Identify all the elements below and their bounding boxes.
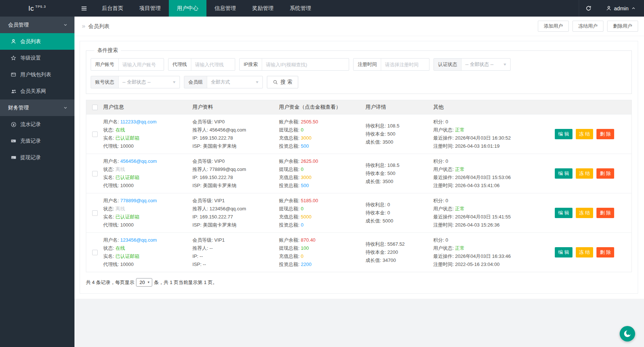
agent-line-value: 10000 — [120, 262, 133, 267]
delete-button[interactable]: 删 除 — [596, 129, 614, 139]
register-time-input[interactable] — [381, 59, 429, 70]
invest-total-link[interactable]: 2200 — [301, 262, 311, 267]
field-label: 注册时间 — [354, 59, 381, 70]
edit-button[interactable]: 编 辑 — [555, 247, 572, 257]
sidebar-item-recharge-records[interactable]: Pay 充值记录 — [0, 133, 74, 149]
nav-item-info[interactable]: 信息管理 — [206, 0, 244, 17]
field-label: 账号状态 — [91, 76, 119, 88]
search-button[interactable]: 搜 索 — [267, 76, 298, 88]
delete-user-button[interactable]: 删除用户 — [607, 21, 638, 32]
nav-item-projects[interactable]: 项目管理 — [131, 0, 169, 17]
delete-button[interactable]: 删 除 — [596, 208, 614, 218]
sidebar-item-transaction-records[interactable]: 流水记录 — [0, 116, 74, 133]
sidebar-group-member-mgmt[interactable]: 会员管理 — [0, 17, 74, 33]
page-size-select[interactable]: 20 ▼ — [136, 278, 152, 287]
realname-status: 已认证邮箱 — [115, 135, 139, 141]
sidebar-item-withdraw-records[interactable]: 提现记录 — [0, 149, 74, 166]
online-status: 离线 — [115, 206, 125, 211]
pending-interest-value: 108.5 — [387, 123, 400, 129]
pending-interest-value: 0 — [387, 202, 390, 207]
nav-item-rewards[interactable]: 奖励管理 — [244, 0, 282, 17]
app-logo[interactable]: lcTP5.3 — [0, 0, 74, 17]
balance-link[interactable]: 870.40 — [301, 237, 316, 243]
freeze-button[interactable]: 冻 结 — [576, 129, 593, 139]
delete-button[interactable]: 删 除 — [596, 168, 614, 179]
nav-item-home[interactable]: 后台首页 — [94, 0, 131, 17]
menu-toggle-icon[interactable] — [74, 0, 94, 17]
invest-total-link[interactable]: 0 — [301, 222, 303, 228]
field-label: 认证状态 — [434, 59, 462, 70]
freeze-user-button[interactable]: 冻结用户 — [572, 21, 603, 32]
caret-down-icon: ▼ — [172, 80, 177, 84]
delete-button[interactable]: 删 除 — [596, 247, 614, 257]
pending-interest-value: 108.5 — [387, 162, 400, 168]
page-actions: 添加用户 冻结用户 删除用户 — [538, 21, 638, 32]
recharge-total-link[interactable]: 3000 — [301, 135, 311, 141]
growth-value: 34700 — [383, 257, 396, 263]
breadcrumb: 会员列表 — [88, 23, 109, 30]
freeze-button[interactable]: 冻 结 — [576, 247, 593, 257]
member-group-select[interactable]: 全部方式 ▼ — [207, 76, 262, 88]
user-funds-cell: 账户余额: 2625.00 提现总额: 0 充值总额: 3000 投资总额: 5… — [279, 157, 366, 190]
username-link[interactable]: 123456@qq.com — [120, 237, 157, 243]
recharge-total-link[interactable]: 5000 — [301, 214, 311, 220]
username-link[interactable]: 112233@qq.com — [120, 119, 156, 125]
user-funds-cell: 账户余额: 5185.00 提现总额: 0 充值总额: 5000 投资总额: 0 — [279, 197, 366, 229]
sidebar-item-user-wallet-list[interactable]: 用户钱包列表 — [0, 66, 74, 83]
header-user-info: 用户信息 — [103, 104, 192, 111]
topbar-right: admin — [579, 0, 644, 17]
header-user-funds: 用户资金（点击金额查看） — [279, 104, 366, 111]
withdraw-total-link[interactable]: 0 — [301, 167, 303, 172]
edit-button[interactable]: 编 辑 — [555, 208, 572, 218]
auth-status-select[interactable]: -- 全部状态 -- ▼ — [462, 59, 510, 70]
invest-total-link[interactable]: 500 — [301, 143, 309, 149]
withdraw-total-link[interactable]: 100 — [301, 245, 309, 251]
ip-search-input[interactable] — [262, 59, 349, 70]
table-row: 用户名: 112233@qq.com 状态: 在线 实名: 已认证邮箱 代理线:… — [86, 114, 631, 154]
pagination: 共 4 条记录，每页显示 20 ▼ 条，共 1 页当前显示第 1 页。 — [86, 278, 632, 287]
row-checkbox[interactable] — [92, 132, 98, 137]
balance-link[interactable]: 2625.00 — [301, 158, 318, 164]
invest-total-link[interactable]: 500 — [301, 183, 309, 188]
user-info-cell: 用户名: 778899@qq.com 状态: 离线 实名: 已认证邮箱 代理线:… — [103, 197, 192, 229]
edit-button[interactable]: 编 辑 — [555, 168, 572, 179]
sidebar-item-level-settings[interactable]: 等级设置 — [0, 50, 74, 66]
refresh-button[interactable] — [579, 0, 598, 17]
row-checkbox[interactable] — [92, 250, 98, 255]
ip-value: -- — [200, 253, 203, 259]
balance-link[interactable]: 5185.00 — [301, 198, 318, 203]
isp-value: 美国南卡罗来纳 — [203, 222, 236, 228]
username-link[interactable]: 456456@qq.com — [120, 158, 157, 164]
row-checkbox[interactable] — [92, 210, 98, 216]
sidebar-item-member-list[interactable]: 会员列表 — [0, 33, 74, 50]
online-status: 在线 — [115, 127, 125, 133]
caret-down-icon: ▼ — [255, 80, 260, 84]
user-icon — [606, 6, 612, 11]
freeze-button[interactable]: 冻 结 — [576, 168, 593, 179]
select-all-checkbox[interactable] — [92, 105, 98, 110]
edit-button[interactable]: 编 辑 — [555, 129, 572, 139]
withdraw-total-link[interactable]: 0 — [301, 206, 303, 211]
header-user-details: 用户详情 — [366, 104, 434, 111]
row-checkbox[interactable] — [92, 171, 98, 176]
nav-item-user-center[interactable]: 用户中心 — [169, 0, 206, 17]
withdraw-total-link[interactable]: 0 — [301, 127, 303, 133]
freeze-button[interactable]: 冻 结 — [576, 208, 593, 218]
sidebar-group-finance-mgmt[interactable]: 财务管理 — [0, 99, 74, 116]
user-details-cell: 待收利息: 0 待收本金: 0 成长值: 5000 — [366, 197, 434, 229]
agent-line-input[interactable] — [191, 59, 235, 70]
support-float-button[interactable] — [620, 326, 635, 341]
add-user-button[interactable]: 添加用户 — [538, 21, 569, 32]
account-status-select[interactable]: -- 全部状态 -- ▼ — [119, 76, 180, 88]
account-input[interactable] — [119, 59, 164, 70]
recharge-total-link[interactable]: 3000 — [301, 175, 311, 180]
nav-item-system[interactable]: 系统管理 — [282, 0, 319, 17]
username-link[interactable]: 778899@qq.com — [120, 198, 157, 203]
search-field-account: 用户账号 — [91, 58, 164, 71]
sidebar-item-member-network[interactable]: 会员关系网 — [0, 83, 74, 99]
user-profile-cell: 会员等级: VIP0 推荐人: 778899@qq.com IP: 169.15… — [192, 157, 279, 190]
balance-link[interactable]: 2505.50 — [301, 119, 318, 125]
logo-text: lc — [28, 4, 34, 13]
user-menu[interactable]: admin — [598, 0, 644, 17]
recharge-total-link[interactable]: 0 — [301, 253, 303, 259]
